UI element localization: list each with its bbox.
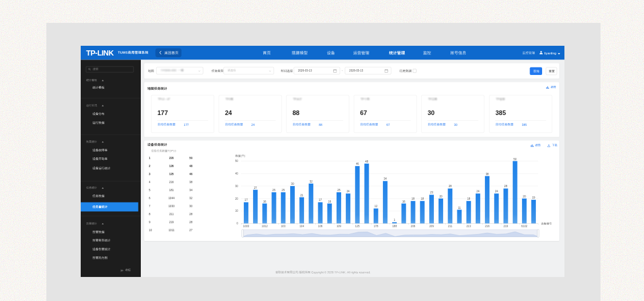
svg-text:46: 46 <box>356 163 359 165</box>
svg-text:17: 17 <box>244 199 248 201</box>
svg-text:30: 30 <box>291 183 294 185</box>
svg-text:27: 27 <box>254 187 257 189</box>
svg-text:16: 16 <box>328 200 331 203</box>
svg-text:18: 18 <box>421 197 424 200</box>
svg-text:50: 50 <box>235 160 239 163</box>
svg-text:30: 30 <box>235 185 239 188</box>
svg-text:20: 20 <box>523 195 526 198</box>
svg-text:25: 25 <box>272 189 276 192</box>
svg-text:216: 216 <box>485 225 489 228</box>
svg-text:48: 48 <box>365 160 369 163</box>
svg-text:24: 24 <box>476 190 480 193</box>
svg-text:11: 11 <box>458 207 461 209</box>
svg-text:50: 50 <box>513 158 517 161</box>
svg-text:20: 20 <box>439 195 442 198</box>
svg-text:25: 25 <box>282 189 285 192</box>
svg-text:109: 109 <box>337 225 341 228</box>
svg-text:16: 16 <box>402 200 406 203</box>
svg-text:24: 24 <box>495 190 499 193</box>
svg-text:125: 125 <box>355 225 359 228</box>
svg-text:16: 16 <box>263 200 267 203</box>
svg-text:28: 28 <box>504 185 508 188</box>
svg-text:10: 10 <box>235 209 239 212</box>
svg-text:178: 178 <box>374 225 378 228</box>
svg-text:40: 40 <box>235 172 239 175</box>
svg-text:1012: 1012 <box>262 225 268 228</box>
svg-text:1: 1 <box>394 219 396 221</box>
svg-text:206: 206 <box>411 225 416 228</box>
svg-text:17: 17 <box>319 199 322 201</box>
svg-text:1003: 1003 <box>243 225 250 228</box>
svg-text:20: 20 <box>235 197 239 200</box>
svg-text:103: 103 <box>281 225 286 228</box>
svg-text:19: 19 <box>532 196 535 199</box>
svg-text:211: 211 <box>448 225 453 228</box>
svg-text:32: 32 <box>310 180 313 183</box>
svg-text:6102: 6102 <box>521 225 528 228</box>
svg-text:25: 25 <box>337 189 341 192</box>
svg-text:21: 21 <box>300 194 303 197</box>
svg-text:28: 28 <box>449 185 452 188</box>
svg-text:18: 18 <box>467 197 471 200</box>
svg-text:219: 219 <box>504 225 508 228</box>
svg-text:12: 12 <box>374 205 378 208</box>
svg-text:0: 0 <box>236 222 238 225</box>
svg-text:104: 104 <box>299 225 304 228</box>
svg-text:213: 213 <box>467 225 471 228</box>
svg-text:24: 24 <box>346 190 350 193</box>
svg-text:38: 38 <box>485 173 489 176</box>
svg-text:18: 18 <box>412 197 415 200</box>
svg-text:34: 34 <box>384 177 387 180</box>
svg-text:106: 106 <box>318 225 323 228</box>
svg-text:209: 209 <box>429 225 434 228</box>
svg-text:23: 23 <box>430 191 433 194</box>
svg-text:188: 188 <box>392 225 397 228</box>
